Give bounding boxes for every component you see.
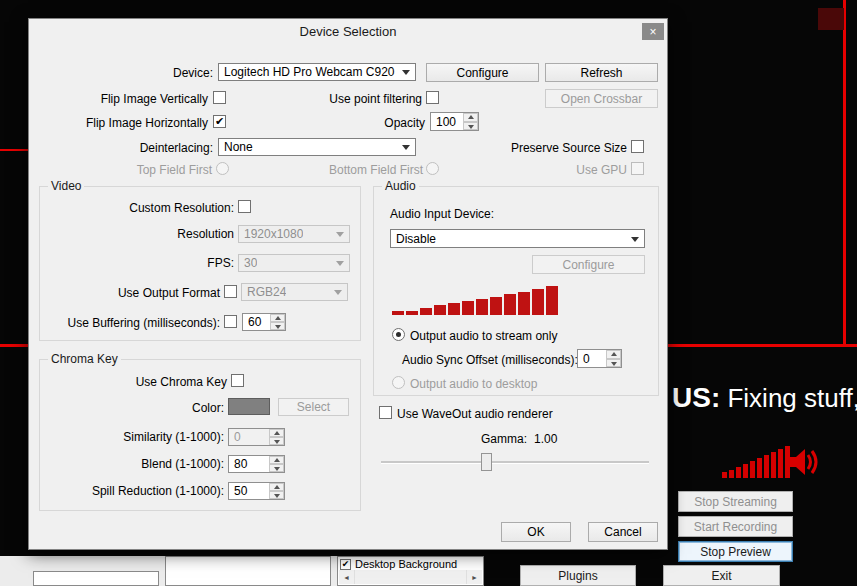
close-button[interactable]: × [642,23,664,40]
chroma-color-label: Color: [124,401,224,415]
output-stream-only-radio[interactable] [392,328,405,341]
spin-up-icon[interactable] [269,456,284,464]
use-output-format-checkbox[interactable] [224,285,237,298]
audio-input-device-value: Disable [396,232,436,246]
spin-up-icon[interactable] [270,314,285,322]
ok-button[interactable]: OK [501,522,571,542]
output-stream-only-label: Output audio to stream only [410,329,557,343]
audio-input-device-label: Audio Input Device: [390,207,494,221]
flip-horizontal-checkbox[interactable]: ✔ [213,115,226,128]
blend-spinner[interactable]: 80 [228,455,285,473]
fps-label: FPS: [134,256,234,270]
use-chroma-key-label: Use Chroma Key [67,375,227,389]
microphone-listbox[interactable] [33,571,159,586]
spin-down-icon[interactable] [269,464,284,472]
flip-vertical-checkbox[interactable] [213,91,226,104]
refresh-button[interactable]: Refresh [545,63,658,82]
spin-down-icon[interactable] [269,491,284,499]
scene-red-line-vertical [843,0,846,347]
meter-bar [490,297,502,315]
gamma-slider-track[interactable] [381,461,649,464]
check-icon: ✔ [342,560,350,569]
meter-bar [406,311,418,315]
resolution-value: 1920x1080 [244,227,303,241]
stop-preview-button[interactable]: Stop Preview [678,541,793,562]
scroll-right-icon[interactable]: ► [467,570,482,584]
buffering-spinner[interactable]: 60 [242,313,286,331]
gamma-slider[interactable] [381,452,649,472]
plugins-button[interactable]: Plugins [520,565,636,586]
use-gpu-label: Use GPU [527,163,627,177]
video-group: Video Custom Resolution: Resolution 1920… [39,186,361,341]
stop-streaming-button[interactable]: Stop Streaming [678,491,793,512]
use-buffering-checkbox[interactable] [224,315,237,328]
spill-reduction-spinner[interactable]: 50 [228,482,285,500]
scroll-left-icon[interactable]: ◄ [339,570,354,584]
horizontal-scrollbar[interactable]: ◄ ► [339,570,482,584]
scenes-listbox[interactable] [165,556,331,586]
audio-input-device-combobox[interactable]: Disable [390,229,645,248]
waveout-label: Use WaveOut audio renderer [397,407,553,421]
meter-bar [729,470,734,478]
similarity-spin-buttons [269,429,284,445]
meter-bar [392,311,404,315]
buffering-spin-buttons [270,314,285,330]
spin-up-icon [269,429,284,437]
fps-value: 30 [244,256,257,270]
opacity-spinner[interactable]: 100 [430,112,479,131]
configure-device-button[interactable]: Configure [426,63,539,82]
gamma-slider-thumb[interactable] [481,453,492,471]
flip-horizontal-label: Flip Image Horizontally [58,116,208,130]
resolution-combobox: 1920x1080 [238,225,350,243]
cancel-button[interactable]: Cancel [588,522,658,542]
video-group-title: Video [48,179,84,193]
meter-bar [448,303,460,315]
select-color-button: Select [278,398,349,416]
scene-volume-meter [722,444,792,478]
deinterlacing-combobox[interactable]: None [218,138,416,156]
use-output-format-label: Use Output Format [60,286,220,300]
gamma-label: Gamma: [481,432,527,446]
spill-reduction-value: 50 [234,483,268,499]
chevron-down-icon [402,70,410,75]
sources-listbox[interactable]: ✔ Desktop Background ◄ ► [337,556,484,586]
chevron-down-icon [402,145,410,150]
stream-overlay-text: US: Fixing stuff, n [672,382,857,414]
bottom-field-first-radio [426,162,439,175]
opacity-value: 100 [436,113,462,130]
exit-button[interactable]: Exit [663,565,780,586]
spin-down-icon[interactable] [270,322,285,330]
start-recording-button[interactable]: Start Recording [678,516,793,537]
waveout-checkbox[interactable] [379,406,392,419]
output-format-value: RGB24 [247,285,286,299]
dialog-titlebar[interactable]: Device Selection × [29,19,667,45]
buffering-value: 60 [248,314,269,330]
opacity-label: Opacity [325,116,425,130]
audio-sync-offset-spinner[interactable]: 0 [577,349,622,368]
source-list-item[interactable]: ✔ Desktop Background [340,558,457,570]
obs-main-window: US: Fixing stuff, n Stop Streaming Start… [0,0,857,586]
spin-down-icon[interactable] [606,359,621,368]
device-combobox[interactable]: Logitech HD Pro Webcam C920 [218,63,416,81]
device-label: Device: [113,66,213,80]
spin-up-icon[interactable] [269,483,284,491]
point-filtering-checkbox[interactable] [426,91,439,104]
blend-spin-buttons [269,456,284,472]
spin-up-icon[interactable] [463,113,478,122]
preserve-source-size-checkbox[interactable] [631,140,644,153]
custom-resolution-checkbox[interactable] [238,200,251,213]
blend-value: 80 [234,456,268,472]
deinterlacing-label: Deinterlacing: [113,141,213,155]
spill-spin-buttons [269,483,284,499]
source-item-label: Desktop Background [355,558,457,570]
top-field-first-label: Top Field First [112,163,212,177]
spin-down-icon[interactable] [463,122,478,131]
audio-level-meter [392,283,572,315]
chroma-key-group: Chroma Key Use Chroma Key Color: Select … [39,359,361,511]
flip-vertical-label: Flip Image Vertically [58,92,208,106]
use-chroma-key-checkbox[interactable] [231,374,244,387]
source-checkbox[interactable]: ✔ [340,559,351,570]
scrollbar-track[interactable] [354,570,467,584]
spin-up-icon[interactable] [606,350,621,359]
chevron-down-icon [334,290,342,295]
